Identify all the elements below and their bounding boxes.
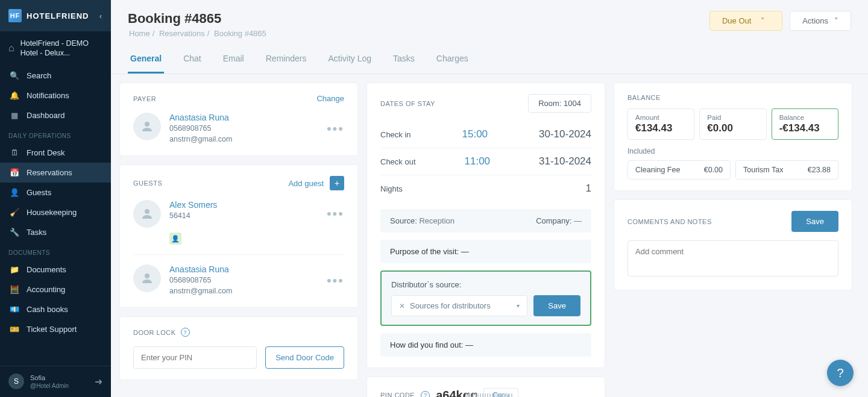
nav-documents[interactable]: 📁Documents — [0, 260, 111, 280]
brush-icon: 🧹 — [10, 208, 19, 217]
search-icon: 🔍 — [10, 71, 19, 80]
checkin-time[interactable]: 15:00 — [462, 128, 488, 140]
distributor-box: Distributor`s source: ✕ Sources for dist… — [380, 270, 591, 326]
comment-input[interactable] — [627, 240, 838, 277]
add-guest-button[interactable]: + — [330, 176, 344, 190]
main: Booking #4865 Home/ Reservations/ Bookin… — [111, 0, 868, 397]
tab-general[interactable]: General — [128, 48, 164, 73]
payer-avatar — [133, 113, 161, 140]
nav-search[interactable]: 🔍Search — [0, 66, 111, 86]
payer-more-icon[interactable]: ••• — [327, 121, 344, 137]
pin-input[interactable] — [133, 346, 257, 369]
nav-reservations[interactable]: 📅Reservations — [0, 163, 111, 183]
guest1-more-icon[interactable]: ••• — [327, 206, 344, 222]
chevron-down-icon: ▾ — [517, 302, 520, 309]
nav-notifications[interactable]: 🔔Notifications — [0, 86, 111, 105]
help-icon[interactable]: ? — [421, 391, 430, 398]
nav-cash-books[interactable]: 💶Cash books — [0, 299, 111, 319]
crumb-reservations[interactable]: Reservations — [159, 29, 205, 38]
checkin-date[interactable]: 30-10-2024 — [539, 128, 591, 140]
nav-dashboard[interactable]: ▦Dashboard — [0, 105, 111, 125]
user-row[interactable]: S Sofia @Hotel Admin ➜ — [0, 366, 111, 397]
svg-point-0 — [145, 122, 149, 127]
nav-accounting[interactable]: 🧮Accounting — [0, 280, 111, 299]
crumb-home[interactable]: Home — [129, 29, 150, 38]
checkin-label: Check in — [380, 130, 411, 139]
chevron-down-icon: ˅ — [834, 16, 838, 25]
tab-activity[interactable]: Activity Log — [326, 48, 374, 73]
nav-guests[interactable]: 👤Guests — [0, 183, 111, 202]
desk-icon: 🗓 — [10, 148, 19, 157]
comments-card: COMMENTS AND NOTES Save — [614, 199, 852, 290]
save-comment-button[interactable]: Save — [791, 211, 838, 232]
help-fab[interactable]: ? — [827, 360, 854, 386]
guest2-more-icon[interactable]: ••• — [327, 273, 344, 289]
nav-tasks[interactable]: 🔧Tasks — [0, 222, 111, 242]
guest2-name[interactable]: Anastasia Runa — [169, 264, 318, 274]
nav-ticket-support[interactable]: 🎫Ticket Support — [0, 319, 111, 339]
nav: 🔍Search 🔔Notifications ▦Dashboard DAILY … — [0, 66, 111, 366]
logo: HF HOTELFRIEND ‹ — [0, 0, 111, 31]
home-icon: ⌂ — [8, 43, 14, 54]
logout-icon[interactable]: ➜ — [95, 376, 102, 387]
source-value: Reception — [419, 216, 454, 225]
help-icon[interactable]: ? — [181, 328, 190, 337]
balance-box: Balance -€134.43 — [772, 108, 838, 140]
checkout-time[interactable]: 11:00 — [465, 155, 491, 167]
doorlock-label: DOOR LOCK — [133, 329, 176, 336]
change-payer[interactable]: Change — [316, 94, 344, 103]
collapse-icon[interactable]: ‹ — [99, 11, 102, 20]
breadcrumb: Home/ Reservations/ Booking #4865 — [128, 29, 268, 38]
add-guest-link[interactable]: Add guest — [288, 179, 324, 188]
nav-housekeeping[interactable]: 🧹Housekeeping — [0, 202, 111, 222]
guest-avatar — [133, 264, 161, 292]
how-value: — — [465, 340, 473, 349]
cash-icon: 💶 — [10, 305, 19, 314]
amount-value: €134.43 — [635, 122, 687, 134]
hotel-name: HotelFriend - DEMO Hotel - Delux... — [20, 39, 102, 58]
tab-email[interactable]: Email — [221, 48, 247, 73]
user-role: @Hotel Admin — [30, 382, 69, 390]
hotel-selector[interactable]: ⌂ HotelFriend - DEMO Hotel - Delux... — [0, 31, 111, 66]
amount-box: Amount €134.43 — [627, 108, 694, 140]
tab-charges[interactable]: Charges — [434, 48, 471, 73]
guest-avatar — [133, 200, 161, 228]
guests-card: GUESTS Add guest + Alex Somers — [119, 164, 358, 308]
save-distributor-button[interactable]: Save — [533, 295, 580, 316]
nights-label: Nights — [380, 184, 403, 193]
status-dropdown[interactable]: Due Out ˅ — [709, 11, 782, 31]
resize-handle[interactable] — [465, 393, 514, 397]
tab-tasks[interactable]: Tasks — [391, 48, 417, 73]
tourism-tax-box: Tourism Tax €23.88 — [735, 160, 838, 180]
section-ops: DAILY OPERATIONS — [0, 125, 111, 143]
payer-phone: 0568908765 — [169, 123, 318, 134]
balance-label: BALANCE — [627, 94, 838, 101]
dates-card: DATES OF STAY Room: 1004 Check in 15:00 … — [366, 83, 605, 368]
nav-front-desk[interactable]: 🗓Front Desk — [0, 143, 111, 163]
grid-icon: ▦ — [10, 111, 19, 120]
tab-reminders[interactable]: Reminders — [263, 48, 309, 73]
distributor-label: Distributor`s source: — [391, 280, 580, 289]
person-icon: 👤 — [10, 188, 19, 197]
tourism-tax-value: €23.88 — [808, 166, 831, 174]
payer-name[interactable]: Anastasia Runa — [169, 113, 318, 122]
actions-dropdown[interactable]: Actions ˅ — [790, 11, 851, 31]
company-value: — — [574, 216, 582, 225]
checkout-date[interactable]: 31-10-2024 — [539, 155, 591, 167]
dates-label: DATES OF STAY — [380, 100, 435, 107]
guest2-email: anstrn@gmail.com — [169, 286, 318, 297]
calendar-icon: 📅 — [10, 168, 19, 177]
brand-text: HOTELFRIEND — [27, 11, 89, 20]
clear-icon[interactable]: ✕ — [399, 302, 405, 310]
send-door-code-button[interactable]: Send Door Code — [265, 346, 344, 369]
distributor-select[interactable]: ✕ Sources for distributors ▾ — [391, 295, 527, 316]
guest1-name[interactable]: Alex Somers — [169, 200, 318, 210]
room-chip[interactable]: Room: 1004 — [528, 94, 591, 113]
payer-card: PAYER Change Anastasia Runa 0568908765 a… — [119, 83, 358, 156]
included-label: Included — [627, 147, 838, 155]
tab-chat[interactable]: Chat — [181, 48, 204, 73]
guest2-phone: 0568908765 — [169, 275, 318, 286]
guest1-id: 56414 — [169, 211, 318, 222]
cleaning-fee-box: Cleaning Fee €0.00 — [627, 160, 731, 180]
calc-icon: 🧮 — [10, 285, 19, 294]
